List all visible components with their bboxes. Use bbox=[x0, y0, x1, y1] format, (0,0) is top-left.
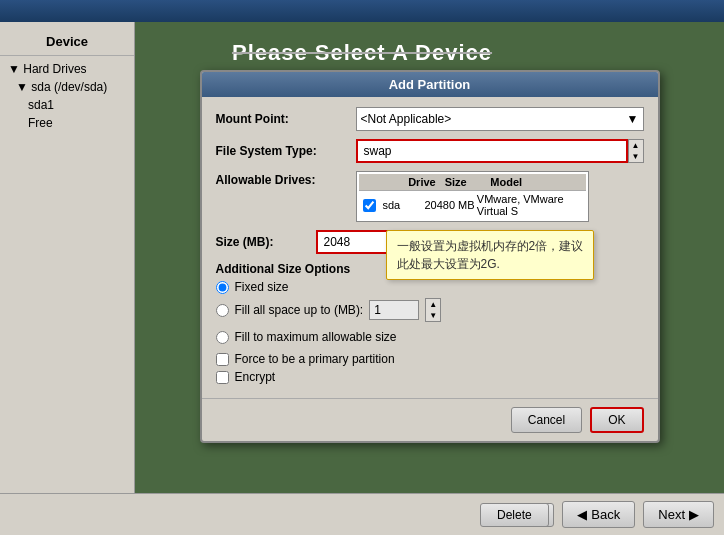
device-panel-title: Device bbox=[0, 30, 134, 56]
fill-spinner-up[interactable]: ▲ bbox=[426, 299, 440, 310]
size-label: Size (MB): bbox=[216, 235, 316, 249]
drives-checkbox-sda[interactable] bbox=[363, 199, 376, 212]
mount-point-value: <Not Applicable> bbox=[361, 112, 452, 126]
drives-col-drive-header: Drive bbox=[408, 176, 445, 188]
tooltip-line1: 一般设置为虚拟机内存的2倍，建议 bbox=[397, 239, 584, 253]
filesystem-select[interactable]: swap bbox=[356, 139, 628, 163]
back-button[interactable]: ◀ Back bbox=[562, 501, 635, 528]
filesystem-value: swap bbox=[364, 144, 392, 158]
bottom-bar: Delete Reset ◀ Back Next ▶ bbox=[0, 493, 724, 535]
radio-fixed-label: Fixed size bbox=[235, 280, 289, 294]
sda-label: ▼ sda (/dev/sda) bbox=[16, 80, 107, 94]
top-bar bbox=[0, 0, 724, 22]
mount-point-row: Mount Point: <Not Applicable> ▼ bbox=[216, 107, 644, 131]
drives-col-model-header: Model bbox=[490, 176, 581, 188]
dialog-overlay: Add Partition Mount Point: <Not Applicab… bbox=[135, 60, 724, 493]
drives-row-sda: sda 20480 MB VMware, VMware Virtual S bbox=[359, 191, 586, 219]
fill-spinner[interactable]: ▲ ▼ bbox=[425, 298, 441, 322]
tree-hard-drives[interactable]: ▼ Hard Drives bbox=[0, 60, 134, 78]
filesystem-spinner[interactable]: ▲ ▼ bbox=[628, 139, 644, 163]
radio-fill-up-label: Fill all space up to (MB): bbox=[235, 303, 364, 317]
encrypt-row: Encrypt bbox=[216, 370, 644, 384]
dialog-footer: Cancel OK bbox=[202, 398, 658, 441]
mount-point-label: Mount Point: bbox=[216, 112, 356, 126]
drives-sda-size: 20480 MB bbox=[424, 199, 476, 211]
radio-fill-max[interactable] bbox=[216, 331, 229, 344]
tooltip-line2: 此处最大设置为2G. bbox=[397, 257, 500, 271]
radio-fill-max-label: Fill to maximum allowable size bbox=[235, 330, 397, 344]
drives-table: Drive Size Model sda 20480 MB VMware, VM… bbox=[356, 171, 589, 222]
mount-point-control: <Not Applicable> ▼ bbox=[356, 107, 644, 131]
force-primary-label: Force to be a primary partition bbox=[235, 352, 395, 366]
mount-point-select[interactable]: <Not Applicable> ▼ bbox=[356, 107, 644, 131]
tree-free[interactable]: Free bbox=[0, 114, 134, 132]
size-options-radio-group: Fixed size Fill all space up to (MB): ▲ … bbox=[216, 280, 644, 344]
size-tooltip: 一般设置为虚拟机内存的2倍，建议 此处最大设置为2G. bbox=[386, 230, 595, 280]
fill-up-input[interactable] bbox=[369, 300, 419, 320]
filesystem-spinner-down[interactable]: ▼ bbox=[629, 151, 643, 162]
drives-col-radio bbox=[363, 176, 409, 188]
size-row: Size (MB): ▲ ▼ 一般设置为虚拟机内存的2倍，建议 此处最大设置为2… bbox=[216, 230, 644, 254]
drives-table-wrap-outer: Drive Size Model sda 20480 MB VMware, VM… bbox=[356, 171, 644, 222]
filesystem-spinner-up[interactable]: ▲ bbox=[629, 140, 643, 151]
encrypt-label: Encrypt bbox=[235, 370, 276, 384]
radio-fixed[interactable] bbox=[216, 281, 229, 294]
back-label: Back bbox=[591, 507, 620, 522]
drives-header: Drive Size Model bbox=[359, 174, 586, 191]
force-primary-row: Force to be a primary partition bbox=[216, 352, 644, 366]
tree-sda1[interactable]: sda1 bbox=[0, 96, 134, 114]
fill-spinner-down[interactable]: ▼ bbox=[426, 310, 440, 321]
ok-button[interactable]: OK bbox=[590, 407, 643, 433]
dialog-body: Mount Point: <Not Applicable> ▼ File Sys… bbox=[202, 97, 658, 398]
allowable-drives-row: Allowable Drives: Drive Size Model bbox=[216, 171, 644, 222]
dialog-title: Add Partition bbox=[389, 77, 471, 92]
next-button[interactable]: Next ▶ bbox=[643, 501, 714, 528]
back-arrow-icon: ◀ bbox=[577, 507, 587, 522]
radio-fill-up-row: Fill all space up to (MB): ▲ ▼ bbox=[216, 298, 644, 322]
drives-sda-model: VMware, VMware Virtual S bbox=[477, 193, 582, 217]
cancel-button[interactable]: Cancel bbox=[511, 407, 582, 433]
delete-button[interactable]: Delete bbox=[480, 503, 549, 527]
left-panel: Device ▼ Hard Drives ▼ sda (/dev/sda) sd… bbox=[0, 22, 135, 535]
radio-fixed-row: Fixed size bbox=[216, 280, 644, 294]
dialog-titlebar: Add Partition bbox=[202, 72, 658, 97]
force-primary-checkbox[interactable] bbox=[216, 353, 229, 366]
drives-sda-name: sda bbox=[383, 199, 425, 211]
next-label: Next bbox=[658, 507, 685, 522]
tree-sda[interactable]: ▼ sda (/dev/sda) bbox=[0, 78, 134, 96]
add-partition-dialog: Add Partition Mount Point: <Not Applicab… bbox=[200, 70, 660, 443]
hard-drives-label: ▼ Hard Drives bbox=[8, 62, 87, 76]
radio-fill-max-row: Fill to maximum allowable size bbox=[216, 330, 644, 344]
size-input[interactable] bbox=[316, 230, 396, 254]
sda1-label: sda1 bbox=[28, 98, 54, 112]
radio-fill-up[interactable] bbox=[216, 304, 229, 317]
encrypt-checkbox[interactable] bbox=[216, 371, 229, 384]
allowable-drives-label: Allowable Drives: bbox=[216, 171, 356, 187]
next-arrow-icon: ▶ bbox=[689, 507, 699, 522]
drives-checkbox-col bbox=[363, 199, 383, 212]
filesystem-row: File System Type: swap ▲ ▼ bbox=[216, 139, 644, 163]
drives-col-size-header: Size bbox=[445, 176, 491, 188]
mount-point-arrow-icon: ▼ bbox=[627, 112, 639, 126]
free-label: Free bbox=[28, 116, 53, 130]
filesystem-control: swap ▲ ▼ bbox=[356, 139, 644, 163]
filesystem-label: File System Type: bbox=[216, 144, 356, 158]
